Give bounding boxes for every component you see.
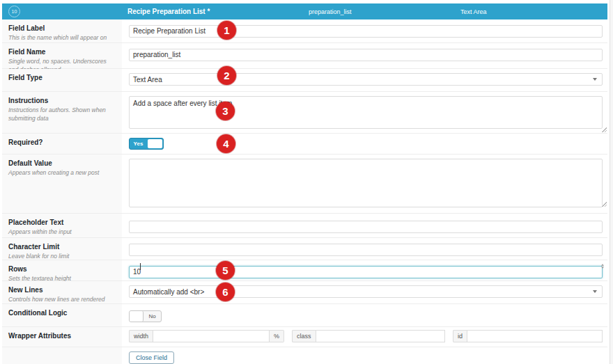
field-order-badge[interactable]: 10 xyxy=(8,6,20,17)
annotation-badge-2: 2 xyxy=(217,66,236,85)
wrapper-class-input[interactable] xyxy=(316,330,445,342)
step-down-icon[interactable] xyxy=(601,267,604,269)
row-conditional-logic: Conditional Logic No xyxy=(2,303,607,326)
toggle-knob xyxy=(130,311,143,322)
chevron-down-icon xyxy=(593,78,597,81)
rows-labelcell: Rows Sets the textarea height xyxy=(2,260,122,280)
header-field-name: preparation_list xyxy=(309,8,352,15)
field-type-select[interactable]: Text Area xyxy=(129,73,603,86)
annotation-badge-6: 6 xyxy=(216,283,235,301)
footer-labelcell xyxy=(2,347,122,364)
new-lines-selected-value: Automatically add <br> xyxy=(133,288,204,296)
char-limit-labelcell: Character Limit Leave blank for no limit xyxy=(2,238,122,260)
placeholder-desc: Appears within the input xyxy=(8,228,116,237)
scrollbar-track[interactable] xyxy=(610,0,613,364)
annotation-badge-5: 5 xyxy=(216,261,235,280)
header-field-label: Recipe Preparation List * xyxy=(127,8,210,15)
conditional-logic-toggle-label: No xyxy=(143,311,161,322)
placeholder-title: Placeholder Text xyxy=(8,219,116,226)
instructions-textarea[interactable]: Add a space after every list item xyxy=(129,96,603,129)
close-field-button[interactable]: Close Field xyxy=(129,351,174,364)
rows-number-input[interactable] xyxy=(129,266,603,278)
wrapper-id-input[interactable] xyxy=(467,330,603,342)
default-value-labelcell: Default Value Appears when creating a ne… xyxy=(2,155,122,213)
wrapper-width-label: width xyxy=(129,330,153,342)
header-field-type: Text Area xyxy=(460,8,487,15)
new-lines-desc: Controls how new lines are rendered xyxy=(8,296,116,304)
chevron-down-icon xyxy=(593,290,597,293)
acf-field-settings-panel: 10 Recipe Preparation List * preparation… xyxy=(0,0,613,364)
field-name-input[interactable] xyxy=(129,49,603,61)
row-field-type: Field Type Text Area xyxy=(2,68,607,91)
field-label-input[interactable] xyxy=(129,25,603,38)
row-default-value: Default Value Appears when creating a ne… xyxy=(2,154,607,213)
required-toggle-label: Yes xyxy=(130,139,147,149)
wrapper-title: Wrapper Attributes xyxy=(8,332,116,340)
field-name-labelcell: Field Name Single word, no spaces. Under… xyxy=(2,43,122,68)
new-lines-title: New Lines xyxy=(8,286,116,294)
row-field-name: Field Name Single word, no spaces. Under… xyxy=(2,42,607,68)
row-wrapper-attributes: Wrapper Attributes width % class id xyxy=(2,326,607,347)
row-rows: Rows Sets the textarea height xyxy=(2,260,607,280)
row-footer: Close Field xyxy=(2,347,607,364)
rows-title: Rows xyxy=(8,265,116,273)
annotation-badge-4: 4 xyxy=(217,134,235,153)
row-placeholder: Placeholder Text Appears within the inpu… xyxy=(2,213,607,237)
conditional-logic-title: Conditional Logic xyxy=(8,309,116,317)
placeholder-input[interactable] xyxy=(129,221,603,233)
number-stepper[interactable] xyxy=(601,263,604,269)
row-new-lines: New Lines Controls how new lines are ren… xyxy=(2,280,607,303)
field-type-labelcell: Field Type xyxy=(2,69,122,91)
new-lines-labelcell: New Lines Controls how new lines are ren… xyxy=(2,281,122,303)
required-labelcell: Required? xyxy=(2,134,122,154)
new-lines-select[interactable]: Automatically add <br> xyxy=(129,285,603,298)
instructions-labelcell: Instructions Instructions for authors. S… xyxy=(2,92,122,133)
field-label-title: Field Label xyxy=(8,24,116,32)
field-header-bar[interactable]: 10 Recipe Preparation List * preparation… xyxy=(2,3,607,19)
text-cursor xyxy=(140,263,141,270)
step-up-icon[interactable] xyxy=(601,264,604,266)
conditional-logic-toggle[interactable]: No xyxy=(129,310,162,322)
default-value-title: Default Value xyxy=(8,159,116,167)
field-type-title: Field Type xyxy=(8,74,116,81)
row-character-limit: Character Limit Leave blank for no limit xyxy=(2,237,607,260)
row-instructions: Instructions Instructions for authors. S… xyxy=(2,91,607,133)
annotation-badge-1: 1 xyxy=(217,21,236,40)
row-field-label: Field Label This is the name which will … xyxy=(2,19,607,42)
wrapper-width-suffix: % xyxy=(270,330,284,342)
wrapper-id-label: id xyxy=(453,330,467,342)
annotation-badge-3: 3 xyxy=(216,102,235,120)
default-value-desc: Appears when creating a new post xyxy=(8,169,116,177)
char-limit-input[interactable] xyxy=(129,244,603,256)
field-type-selected-value: Text Area xyxy=(133,76,162,84)
field-label-labelcell: Field Label This is the name which will … xyxy=(2,19,122,42)
wrapper-class-label: class xyxy=(292,330,316,342)
instructions-title: Instructions xyxy=(8,97,116,104)
placeholder-labelcell: Placeholder Text Appears within the inpu… xyxy=(2,214,122,237)
required-title: Required? xyxy=(8,139,116,146)
default-value-textarea[interactable] xyxy=(129,159,603,207)
char-limit-title: Character Limit xyxy=(8,243,116,251)
wrapper-width-input[interactable] xyxy=(153,330,270,342)
row-required: Required? Yes xyxy=(2,133,607,154)
conditional-logic-labelcell: Conditional Logic xyxy=(2,304,122,326)
toggle-knob xyxy=(148,139,162,148)
wrapper-labelcell: Wrapper Attributes xyxy=(2,327,122,347)
instructions-desc: Instructions for authors. Shown when sub… xyxy=(8,106,116,123)
required-toggle[interactable]: Yes xyxy=(129,138,164,150)
field-name-title: Field Name xyxy=(8,48,116,56)
